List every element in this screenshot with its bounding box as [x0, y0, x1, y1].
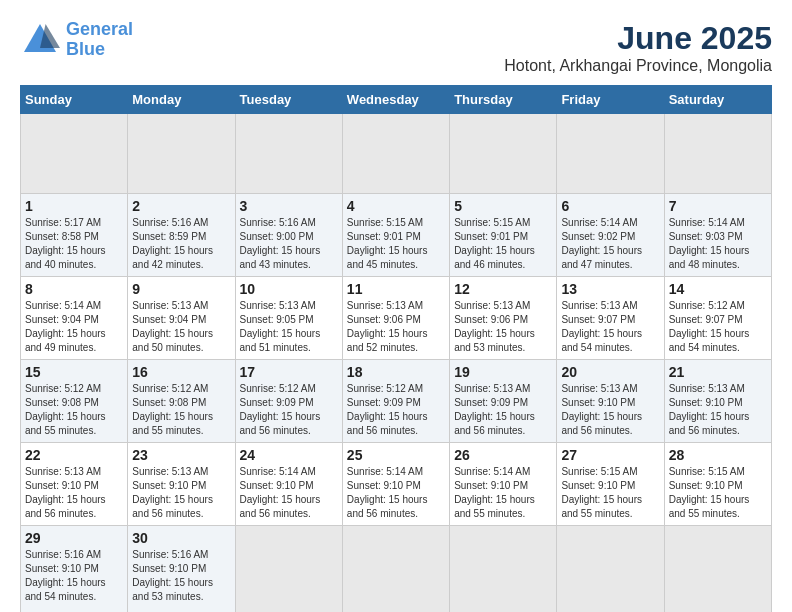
- day-info: Sunrise: 5:13 AMSunset: 9:10 PMDaylight:…: [561, 382, 659, 438]
- day-info: Sunrise: 5:14 AMSunset: 9:02 PMDaylight:…: [561, 216, 659, 272]
- header-row: Sunday Monday Tuesday Wednesday Thursday…: [21, 86, 772, 114]
- day-info: Sunrise: 5:16 AMSunset: 9:10 PMDaylight:…: [25, 548, 123, 604]
- calendar-title: June 2025: [504, 20, 772, 57]
- table-row: 3 Sunrise: 5:16 AMSunset: 9:00 PMDayligh…: [235, 194, 342, 277]
- table-row: 9 Sunrise: 5:13 AMSunset: 9:04 PMDayligh…: [128, 277, 235, 360]
- day-info: Sunrise: 5:13 AMSunset: 9:04 PMDaylight:…: [132, 299, 230, 355]
- day-number: 3: [240, 198, 338, 214]
- day-number: 22: [25, 447, 123, 463]
- day-info: Sunrise: 5:13 AMSunset: 9:09 PMDaylight:…: [454, 382, 552, 438]
- day-info: Sunrise: 5:12 AMSunset: 9:08 PMDaylight:…: [25, 382, 123, 438]
- day-info: Sunrise: 5:15 AMSunset: 9:10 PMDaylight:…: [561, 465, 659, 521]
- day-number: 14: [669, 281, 767, 297]
- table-row: [557, 114, 664, 194]
- table-row: 11 Sunrise: 5:13 AMSunset: 9:06 PMDaylig…: [342, 277, 449, 360]
- day-info: Sunrise: 5:13 AMSunset: 9:10 PMDaylight:…: [132, 465, 230, 521]
- day-number: 26: [454, 447, 552, 463]
- title-section: June 2025 Hotont, Arkhangai Province, Mo…: [504, 20, 772, 75]
- day-number: 6: [561, 198, 659, 214]
- table-row: [21, 114, 128, 194]
- day-info: Sunrise: 5:16 AMSunset: 8:59 PMDaylight:…: [132, 216, 230, 272]
- calendar-subtitle: Hotont, Arkhangai Province, Mongolia: [504, 57, 772, 75]
- day-number: 28: [669, 447, 767, 463]
- logo: General Blue: [20, 20, 133, 60]
- day-info: Sunrise: 5:14 AMSunset: 9:04 PMDaylight:…: [25, 299, 123, 355]
- col-monday: Monday: [128, 86, 235, 114]
- table-row: 4 Sunrise: 5:15 AMSunset: 9:01 PMDayligh…: [342, 194, 449, 277]
- table-row: 13 Sunrise: 5:13 AMSunset: 9:07 PMDaylig…: [557, 277, 664, 360]
- table-row: 30 Sunrise: 5:16 AMSunset: 9:10 PMDaylig…: [128, 526, 235, 613]
- day-number: 11: [347, 281, 445, 297]
- col-tuesday: Tuesday: [235, 86, 342, 114]
- day-info: Sunrise: 5:14 AMSunset: 9:03 PMDaylight:…: [669, 216, 767, 272]
- table-row: 24 Sunrise: 5:14 AMSunset: 9:10 PMDaylig…: [235, 443, 342, 526]
- table-row: 27 Sunrise: 5:15 AMSunset: 9:10 PMDaylig…: [557, 443, 664, 526]
- table-row: 26 Sunrise: 5:14 AMSunset: 9:10 PMDaylig…: [450, 443, 557, 526]
- table-row: 10 Sunrise: 5:13 AMSunset: 9:05 PMDaylig…: [235, 277, 342, 360]
- day-info: Sunrise: 5:15 AMSunset: 9:01 PMDaylight:…: [454, 216, 552, 272]
- table-row: 18 Sunrise: 5:12 AMSunset: 9:09 PMDaylig…: [342, 360, 449, 443]
- day-info: Sunrise: 5:12 AMSunset: 9:09 PMDaylight:…: [347, 382, 445, 438]
- day-number: 18: [347, 364, 445, 380]
- day-info: Sunrise: 5:13 AMSunset: 9:10 PMDaylight:…: [25, 465, 123, 521]
- day-number: 1: [25, 198, 123, 214]
- day-info: Sunrise: 5:17 AMSunset: 8:58 PMDaylight:…: [25, 216, 123, 272]
- day-number: 24: [240, 447, 338, 463]
- col-friday: Friday: [557, 86, 664, 114]
- table-row: 1 Sunrise: 5:17 AMSunset: 8:58 PMDayligh…: [21, 194, 128, 277]
- table-row: 15 Sunrise: 5:12 AMSunset: 9:08 PMDaylig…: [21, 360, 128, 443]
- table-row: 22 Sunrise: 5:13 AMSunset: 9:10 PMDaylig…: [21, 443, 128, 526]
- day-number: 2: [132, 198, 230, 214]
- table-row: [128, 114, 235, 194]
- table-row: 25 Sunrise: 5:14 AMSunset: 9:10 PMDaylig…: [342, 443, 449, 526]
- day-number: 10: [240, 281, 338, 297]
- day-number: 16: [132, 364, 230, 380]
- table-row: 21 Sunrise: 5:13 AMSunset: 9:10 PMDaylig…: [664, 360, 771, 443]
- table-row: 5 Sunrise: 5:15 AMSunset: 9:01 PMDayligh…: [450, 194, 557, 277]
- day-number: 29: [25, 530, 123, 546]
- day-info: Sunrise: 5:14 AMSunset: 9:10 PMDaylight:…: [240, 465, 338, 521]
- day-info: Sunrise: 5:13 AMSunset: 9:07 PMDaylight:…: [561, 299, 659, 355]
- table-row: 2 Sunrise: 5:16 AMSunset: 8:59 PMDayligh…: [128, 194, 235, 277]
- day-info: Sunrise: 5:16 AMSunset: 9:10 PMDaylight:…: [132, 548, 230, 604]
- col-wednesday: Wednesday: [342, 86, 449, 114]
- day-number: 19: [454, 364, 552, 380]
- table-row: 7 Sunrise: 5:14 AMSunset: 9:03 PMDayligh…: [664, 194, 771, 277]
- day-number: 9: [132, 281, 230, 297]
- day-info: Sunrise: 5:14 AMSunset: 9:10 PMDaylight:…: [347, 465, 445, 521]
- day-info: Sunrise: 5:12 AMSunset: 9:09 PMDaylight:…: [240, 382, 338, 438]
- day-info: Sunrise: 5:12 AMSunset: 9:08 PMDaylight:…: [132, 382, 230, 438]
- table-row: 12 Sunrise: 5:13 AMSunset: 9:06 PMDaylig…: [450, 277, 557, 360]
- table-row: 17 Sunrise: 5:12 AMSunset: 9:09 PMDaylig…: [235, 360, 342, 443]
- calendar-table: Sunday Monday Tuesday Wednesday Thursday…: [20, 85, 772, 612]
- table-row: [664, 526, 771, 613]
- svg-marker-1: [40, 24, 60, 48]
- table-row: 20 Sunrise: 5:13 AMSunset: 9:10 PMDaylig…: [557, 360, 664, 443]
- day-number: 21: [669, 364, 767, 380]
- day-number: 30: [132, 530, 230, 546]
- table-row: [342, 526, 449, 613]
- table-row: [557, 526, 664, 613]
- day-number: 4: [347, 198, 445, 214]
- day-number: 17: [240, 364, 338, 380]
- day-number: 27: [561, 447, 659, 463]
- table-row: [235, 114, 342, 194]
- day-info: Sunrise: 5:13 AMSunset: 9:06 PMDaylight:…: [347, 299, 445, 355]
- table-row: [664, 114, 771, 194]
- day-info: Sunrise: 5:12 AMSunset: 9:07 PMDaylight:…: [669, 299, 767, 355]
- col-sunday: Sunday: [21, 86, 128, 114]
- table-row: [342, 114, 449, 194]
- day-number: 13: [561, 281, 659, 297]
- header: General Blue June 2025 Hotont, Arkhangai…: [20, 20, 772, 75]
- day-number: 5: [454, 198, 552, 214]
- day-number: 25: [347, 447, 445, 463]
- col-thursday: Thursday: [450, 86, 557, 114]
- day-info: Sunrise: 5:13 AMSunset: 9:10 PMDaylight:…: [669, 382, 767, 438]
- logo-icon: [20, 20, 60, 60]
- col-saturday: Saturday: [664, 86, 771, 114]
- table-row: 6 Sunrise: 5:14 AMSunset: 9:02 PMDayligh…: [557, 194, 664, 277]
- table-row: 28 Sunrise: 5:15 AMSunset: 9:10 PMDaylig…: [664, 443, 771, 526]
- day-info: Sunrise: 5:14 AMSunset: 9:10 PMDaylight:…: [454, 465, 552, 521]
- table-row: 19 Sunrise: 5:13 AMSunset: 9:09 PMDaylig…: [450, 360, 557, 443]
- logo-line2: Blue: [66, 39, 105, 59]
